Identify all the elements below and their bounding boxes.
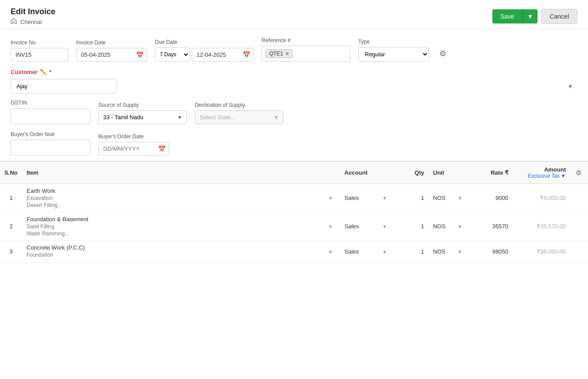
table-header: S.No Item Account Qty Unit Rate ₹ Amount… (0, 162, 588, 184)
row1-item-desc2: Desert Filling... (27, 202, 62, 208)
row2-rate-input[interactable] (473, 223, 508, 230)
customer-label-text: Customer (11, 69, 38, 75)
row3-item-content[interactable]: Concrete Work (P.C.C) Foundation (27, 244, 93, 259)
customer-edit-icon[interactable]: ✏️ (40, 69, 47, 75)
row1-item-name: Earth Work (27, 188, 62, 194)
row1-qty-input[interactable] (398, 195, 424, 201)
row1-unit-select-wrap: NOS ▼ (433, 195, 464, 201)
gstin-row: GSTIN Source of Supply 33 - Tamil Nadu ▼… (11, 100, 577, 124)
row1-account: Sales ▼ (340, 184, 393, 212)
row2-amount-value: ₹35,570.00 (537, 223, 566, 230)
row1-rate-input[interactable] (473, 195, 508, 201)
save-dropdown-button[interactable]: ▼ (522, 9, 538, 23)
col-amount: Amount Exclusive Tax ▼ (513, 162, 570, 184)
buyer-order-no-group: Buyer's Order No# (11, 131, 90, 156)
items-table: S.No Item Account Qty Unit Rate ₹ Amount… (0, 161, 588, 263)
row3-item-chevron-icon: ▼ (328, 249, 333, 254)
row2-item: Foundation & Basement Sand Filling Water… (22, 212, 340, 241)
row1-unit-chevron-icon: ▼ (457, 195, 462, 201)
row2-unit-select-wrap: NOS ▼ (433, 223, 464, 230)
row1-actions (570, 184, 588, 212)
col-qty: Qty (393, 162, 429, 184)
reference-tag-close[interactable]: ✕ (285, 51, 289, 57)
customer-select-chevron-icon: ▼ (568, 83, 573, 90)
row2-sno: 2 (0, 212, 22, 241)
col-unit: Unit (429, 162, 468, 184)
row2-item-content[interactable]: Foundation & Basement Sand Filling Water… (27, 216, 96, 237)
row3-qty-input[interactable] (398, 248, 424, 255)
row1-account-select-wrap: Sales ▼ (344, 195, 389, 201)
settings-group: ⚙ (437, 47, 449, 61)
row3-actions (570, 241, 588, 263)
row2-item-desc2: Water Ramming... (27, 231, 88, 237)
row1-unit-text[interactable]: NOS (433, 195, 445, 201)
row3-unit-text[interactable]: NOS (433, 248, 445, 255)
row3-account-text[interactable]: Sales (344, 248, 359, 255)
page-title: Edit Invoice (11, 7, 55, 16)
buyer-order-date-label: Buyer's Order Date (98, 133, 169, 140)
row3-unit-select-wrap: NOS ▼ (433, 248, 464, 255)
buyer-order-row: Buyer's Order No# Buyer's Order Date 📅 (11, 131, 577, 156)
table-row: 3 Concrete Work (P.C.C) Foundation ▼ (0, 241, 588, 263)
table-header-row: S.No Item Account Qty Unit Rate ₹ Amount… (0, 162, 588, 184)
col-gear: ⚙ (570, 162, 588, 184)
row1-item-select-wrap: Earth Work Excavation Desert Filling... … (27, 188, 336, 208)
row1-item-content[interactable]: Earth Work Excavation Desert Filling... (27, 188, 70, 208)
row3-amount: ₹98,050.00 (513, 241, 570, 263)
row3-account-select-wrap: Sales ▼ (344, 248, 389, 255)
due-date-group: Due Date 7 Days 15 Days 30 Days 📅 (155, 39, 254, 62)
customer-section: Customer ✏️ * Ajay ▼ (11, 69, 577, 94)
page-header: Edit Invoice Chennai Save ▼ Cancel (0, 0, 588, 29)
row3-account-chevron-icon: ▼ (382, 249, 387, 254)
reference-group: Reference # QTE1 ✕ (262, 37, 350, 62)
invoice-date-calendar-icon[interactable]: 📅 (136, 51, 143, 59)
due-date-calendar-icon[interactable]: 📅 (243, 51, 250, 58)
row1-account-text[interactable]: Sales (344, 195, 359, 201)
due-days-select[interactable]: 7 Days 15 Days 30 Days (155, 47, 190, 62)
buyer-order-no-input[interactable] (11, 140, 90, 156)
row1-rate (468, 184, 513, 212)
reference-tag: QTE1 ✕ (266, 49, 293, 58)
invoice-no-group: Invoice No (11, 39, 68, 62)
col-account: Account (340, 162, 393, 184)
table-settings-gear-button[interactable]: ⚙ (575, 168, 582, 178)
row1-qty (393, 184, 429, 212)
type-select[interactable]: Regular Export SEZ (358, 47, 429, 62)
row3-rate-input[interactable] (473, 248, 508, 255)
row3-unit-chevron-icon: ▼ (457, 249, 462, 254)
reference-input-wrap[interactable]: QTE1 ✕ (262, 46, 350, 62)
row2-account: Sales ▼ (340, 212, 393, 241)
invoice-fields-row: Invoice No Invoice Date 📅 Due Date 7 Day… (11, 37, 577, 62)
row2-unit-text[interactable]: NOS (433, 223, 445, 230)
col-sno: S.No (0, 162, 22, 184)
row2-qty-input[interactable] (398, 223, 424, 230)
settings-gear-button[interactable]: ⚙ (437, 47, 449, 61)
invoice-date-label: Invoice Date (76, 39, 147, 46)
row3-item-select-wrap: Concrete Work (P.C.C) Foundation ▼ (27, 244, 336, 259)
dest-supply-select[interactable]: Select State... (195, 110, 283, 124)
exclusive-tax-link[interactable]: Exclusive Tax ▼ (528, 173, 566, 179)
row2-account-select-wrap: Sales ▼ (344, 223, 389, 230)
buyer-order-date-calendar-icon[interactable]: 📅 (158, 145, 166, 152)
row3-sno: 3 (0, 241, 22, 263)
invoice-date-group: Invoice Date 📅 (76, 39, 147, 62)
home-icon (11, 18, 17, 25)
save-button[interactable]: Save (492, 9, 522, 23)
amount-col-label: Amount (544, 166, 566, 173)
form-area: Invoice No Invoice Date 📅 Due Date 7 Day… (0, 29, 588, 156)
table-body: 1 Earth Work Excavation Desert Filling..… (0, 184, 588, 263)
row3-account: Sales ▼ (340, 241, 393, 263)
row3-qty (393, 241, 429, 263)
location-name: Chennai (20, 19, 42, 25)
customer-select[interactable]: Ajay (11, 79, 117, 94)
header-left: Edit Invoice Chennai (11, 7, 55, 25)
buyer-order-date-input-wrap: 📅 (98, 142, 169, 156)
buyer-order-no-label: Buyer's Order No# (11, 131, 90, 137)
row2-unit-chevron-icon: ▼ (457, 224, 462, 229)
source-supply-select[interactable]: 33 - Tamil Nadu (98, 110, 187, 124)
cancel-button[interactable]: Cancel (541, 9, 577, 24)
invoice-no-input[interactable] (11, 48, 68, 62)
row2-account-text[interactable]: Sales (344, 223, 359, 230)
reference-tag-text: QTE1 (269, 51, 283, 57)
gstin-input[interactable] (11, 108, 90, 124)
